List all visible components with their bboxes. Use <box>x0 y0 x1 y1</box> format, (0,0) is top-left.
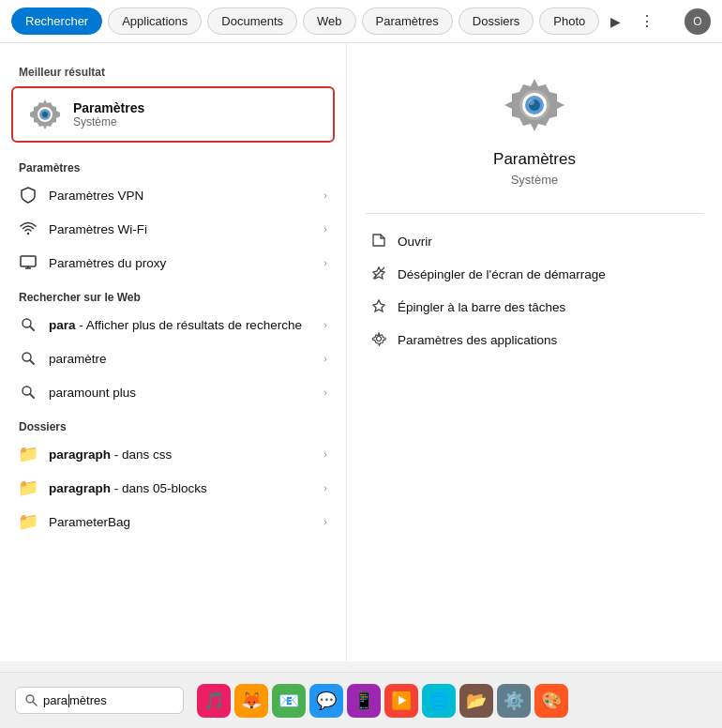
user-avatar: O <box>684 8 711 35</box>
list-item-vpn[interactable]: Paramètres VPN › <box>0 178 346 212</box>
action-unpin[interactable]: Désépingler de l'écran de démarrage <box>366 258 703 291</box>
best-result-subtitle: Système <box>73 115 144 129</box>
svg-line-12 <box>30 360 34 364</box>
more-button[interactable]: ⋮ <box>632 8 662 34</box>
main-content: Meilleur résultat Paramètres Système <box>0 43 722 661</box>
taskbar-app-6[interactable]: ▶️ <box>384 684 418 718</box>
folder-2-normal: - dans 05-blocks <box>111 481 207 495</box>
chevron-icon-para: › <box>323 319 327 330</box>
pin-icon <box>369 298 388 316</box>
paramount-label: paramount plus <box>49 386 312 400</box>
folder-icon-3: 📁 <box>19 512 38 531</box>
shield-icon <box>19 186 38 205</box>
list-item-wifi[interactable]: Paramètres Wi-Fi › <box>0 212 346 246</box>
taskbar-app-4[interactable]: 💬 <box>309 684 343 718</box>
folder-2-label: paragraph - dans 05-blocks <box>49 481 312 495</box>
unpin-label: Désépingler de l'écran de démarrage <box>398 267 606 281</box>
tab-rechercher[interactable]: Rechercher <box>11 8 102 35</box>
tab-applications[interactable]: Applications <box>108 8 202 35</box>
proxy-label: Paramètres du proxy <box>49 256 312 270</box>
action-ouvrir[interactable]: Ouvrir <box>366 225 703 258</box>
right-panel: Paramètres Système Ouvrir Désépingler de… <box>347 43 722 661</box>
monitor-icon <box>19 253 38 272</box>
chevron-icon-paramount: › <box>323 387 327 398</box>
chevron-icon-folder-1: › <box>323 448 327 460</box>
ouvrir-label: Ouvrir <box>398 235 432 249</box>
svg-line-14 <box>30 394 34 398</box>
taskbar-app-icons: 🎵 🦊 📧 💬 📱 ▶️ 🌐 📂 ⚙️ 🎨 <box>197 684 568 718</box>
action-app-settings[interactable]: Paramètres des applications <box>366 324 703 356</box>
tab-photo[interactable]: Photo <box>539 8 599 35</box>
web-section-label: Rechercher sur le Web <box>0 280 346 308</box>
search-icon-parametre <box>19 349 38 368</box>
best-result-title: Paramètres <box>73 100 144 115</box>
taskbar-app-7[interactable]: 🌐 <box>422 684 456 718</box>
list-item-proxy[interactable]: Paramètres du proxy › <box>0 246 346 280</box>
taskbar-app-8[interactable]: 📂 <box>459 684 493 718</box>
taskbar-app-5[interactable]: 📱 <box>347 684 381 718</box>
parametre-label: paramètre <box>49 352 312 366</box>
right-settings-icon <box>501 71 568 139</box>
chevron-icon-proxy: › <box>323 257 327 268</box>
svg-point-19 <box>529 99 534 105</box>
chevron-icon-vpn: › <box>323 190 327 201</box>
list-item-para-search[interactable]: para - Afficher plus de résultats de rec… <box>0 308 346 341</box>
folder-1-normal: - dans css <box>111 447 172 462</box>
folder-1-bold: paragraph <box>49 447 111 462</box>
top-bar: Rechercher Applications Documents Web Pa… <box>0 0 722 43</box>
taskbar-app-1[interactable]: 🎵 <box>197 684 231 718</box>
chevron-icon-wifi: › <box>323 223 327 235</box>
search-cursor <box>68 694 69 707</box>
folder-3-label: ParameterBag <box>49 515 312 529</box>
wifi-icon <box>19 220 38 238</box>
list-item-parametre[interactable]: paramètre › <box>0 341 346 375</box>
vpn-label: Paramètres VPN <box>49 189 312 203</box>
folders-section-label: Dossiers <box>0 409 346 437</box>
best-result-label: Meilleur résultat <box>0 58 346 83</box>
chevron-icon-folder-2: › <box>323 482 327 493</box>
open-icon <box>369 233 388 250</box>
para-search-label: para - Afficher plus de résultats de rec… <box>49 318 312 332</box>
taskbar-app-10[interactable]: 🎨 <box>534 684 568 718</box>
taskbar-app-3[interactable]: 📧 <box>272 684 306 718</box>
folder-icon-2: 📁 <box>19 478 38 497</box>
taskbar-app-9[interactable]: ⚙️ <box>497 684 531 718</box>
tab-web[interactable]: Web <box>303 8 356 35</box>
chevron-icon-parametre: › <box>323 353 327 364</box>
search-icon-paramount <box>19 383 38 402</box>
wifi-label: Paramètres Wi-Fi <box>49 222 312 236</box>
tab-parametres[interactable]: Paramètres <box>362 8 453 35</box>
gear-small-icon <box>369 331 388 349</box>
best-result-text: Paramètres Système <box>73 100 144 129</box>
svg-rect-6 <box>21 256 36 266</box>
svg-line-23 <box>33 702 37 705</box>
right-app-subtitle: Système <box>511 173 559 187</box>
play-button[interactable]: ▶ <box>605 10 626 33</box>
folder-icon-1: 📁 <box>19 445 38 463</box>
divider <box>366 213 703 214</box>
list-item-folder-2[interactable]: 📁 paragraph - dans 05-blocks › <box>0 471 346 505</box>
svg-point-3 <box>42 112 48 117</box>
taskbar-search-icon <box>25 694 38 706</box>
best-result-item[interactable]: Paramètres Système <box>11 86 335 143</box>
para-bold: para <box>49 318 76 332</box>
tab-dossiers[interactable]: Dossiers <box>459 8 534 35</box>
taskbar: paramètres 🎵 🦊 📧 💬 📱 ▶️ 🌐 📂 ⚙️ 🎨 <box>0 672 722 728</box>
tab-documents[interactable]: Documents <box>207 8 297 35</box>
list-item-paramount[interactable]: paramount plus › <box>0 375 346 409</box>
taskbar-app-2[interactable]: 🦊 <box>234 684 268 718</box>
para-normal: - Afficher plus de résultats de recherch… <box>76 318 302 332</box>
params-section-label: Paramètres <box>0 150 346 178</box>
search-icon-para <box>19 315 38 334</box>
pin-label: Épingler à la barre des tâches <box>398 300 565 314</box>
settings-icon <box>28 98 62 131</box>
left-panel: Meilleur résultat Paramètres Système <box>0 43 347 661</box>
taskbar-search-box[interactable]: paramètres <box>15 687 184 715</box>
taskbar-search-text: paramètres <box>43 693 107 708</box>
list-item-folder-3[interactable]: 📁 ParameterBag › <box>0 505 346 538</box>
svg-line-10 <box>30 326 34 330</box>
action-pin[interactable]: Épingler à la barre des tâches <box>366 291 703 324</box>
unpin-icon <box>369 265 388 283</box>
right-app-name: Paramètres <box>493 150 576 169</box>
list-item-folder-1[interactable]: 📁 paragraph - dans css › <box>0 437 346 471</box>
